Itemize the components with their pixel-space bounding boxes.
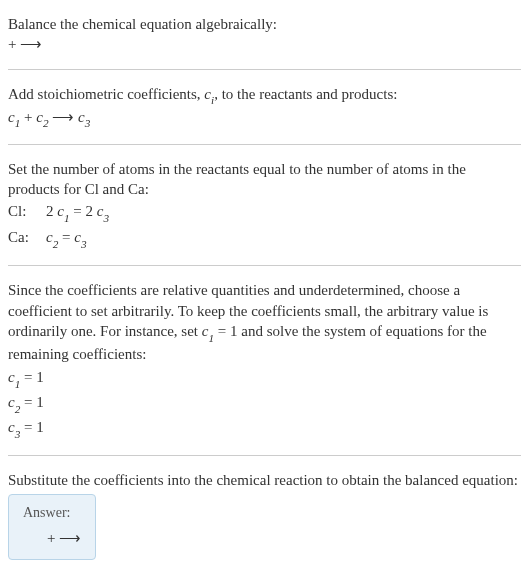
substitute-text: Substitute the coefficients into the che… (8, 470, 521, 490)
answer-box: Answer: + ⟶ (8, 494, 96, 560)
r2-c: c (8, 394, 15, 410)
r1-s: 1 (15, 378, 21, 390)
arrow-1: ⟶ (49, 109, 79, 125)
c3: c (78, 109, 85, 125)
ca-c2s: 2 (53, 238, 59, 250)
cl-row: Cl: 2 c1 = 2 c3 (8, 199, 521, 225)
cl-label: Cl: (8, 199, 36, 225)
c3-sub: 3 (85, 117, 91, 129)
stoich-text-a: Add stoichiometric coefficients, (8, 86, 204, 102)
result-c2: c2 = 1 (8, 391, 521, 416)
ca-equation: c2 = c3 (46, 225, 87, 251)
divider (8, 265, 521, 266)
cl-2a: 2 (46, 203, 57, 219)
r1-c: c (8, 369, 15, 385)
r3-c: c (8, 419, 15, 435)
divider (8, 69, 521, 70)
section-stoichiometric: Add stoichiometric coefficients, ci, to … (8, 76, 521, 138)
ca-c3: c (74, 229, 81, 245)
c2-sub: 2 (43, 117, 49, 129)
ci-sub: i (211, 94, 214, 106)
cl-c3s: 3 (103, 212, 109, 224)
ca-c2: c (46, 229, 53, 245)
ca-row: Ca: c2 = c3 (8, 225, 521, 251)
cl-c1s: 1 (64, 212, 70, 224)
section-atoms: Set the number of atoms in the reactants… (8, 151, 521, 260)
r3-v: = 1 (20, 419, 43, 435)
intro-text: Balance the chemical equation algebraica… (8, 14, 521, 34)
ci-var: ci (204, 86, 214, 102)
section-answer: Substitute the coefficients into the che… (8, 462, 521, 563)
plus-1: + (20, 109, 36, 125)
stoich-text: Add stoichiometric coefficients, ci, to … (8, 84, 521, 107)
c1-sub: 1 (15, 117, 21, 129)
r3-s: 3 (15, 428, 21, 440)
atoms-text: Set the number of atoms in the reactants… (8, 159, 521, 200)
stoich-equation: c1 + c2 ⟶ c3 (8, 107, 521, 130)
r2-s: 2 (15, 403, 21, 415)
result-c3: c3 = 1 (8, 416, 521, 441)
answer-label: Answer: (23, 505, 81, 521)
intro-equation: + ⟶ (8, 34, 521, 54)
ca-label: Ca: (8, 225, 36, 251)
set-eq: = 1 (214, 323, 237, 339)
cl-c1: c (57, 203, 64, 219)
answer-equation: + ⟶ (23, 529, 81, 547)
c1: c (8, 109, 15, 125)
section-intro: Balance the chemical equation algebraica… (8, 6, 521, 63)
cl-eq-2b: = 2 (70, 203, 97, 219)
result-c1: c1 = 1 (8, 366, 521, 391)
cl-equation: 2 c1 = 2 c3 (46, 199, 109, 225)
solve-text: Since the coefficients are relative quan… (8, 280, 521, 364)
stoich-text-b: , to the reactants and products: (214, 86, 397, 102)
set-c1: c1 = 1 (202, 323, 238, 339)
set-cs: 1 (208, 332, 214, 344)
coefficient-results: c1 = 1 c2 = 1 c3 = 1 (8, 366, 521, 441)
ci-c: c (204, 86, 211, 102)
c2: c (36, 109, 43, 125)
r1-v: = 1 (20, 369, 43, 385)
divider (8, 144, 521, 145)
r2-v: = 1 (20, 394, 43, 410)
divider (8, 455, 521, 456)
section-solve: Since the coefficients are relative quan… (8, 272, 521, 449)
eq-text: + ⟶ (8, 36, 42, 52)
ca-eq: = (58, 229, 74, 245)
ca-c3s: 3 (81, 238, 87, 250)
answer-eq-text: + ⟶ (47, 530, 81, 546)
